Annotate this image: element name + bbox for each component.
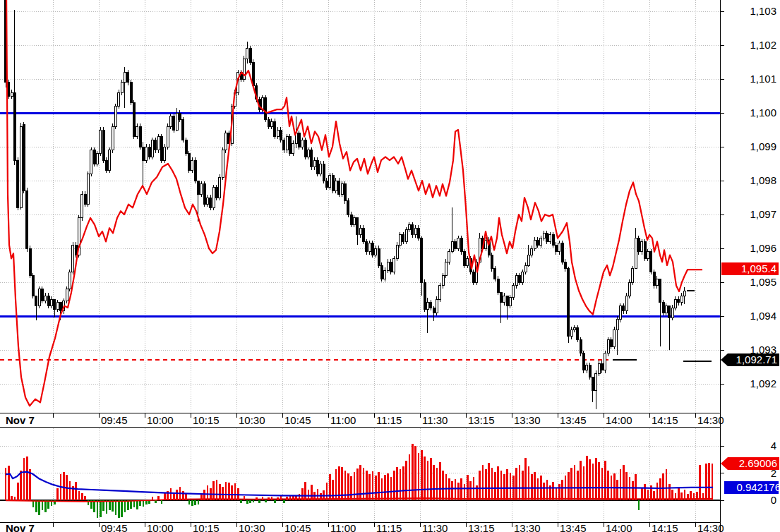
svg-text:14:15: 14:15 <box>652 522 678 532</box>
svg-text:0: 0 <box>771 494 776 506</box>
svg-text:13:30: 13:30 <box>514 414 541 426</box>
svg-text:11:00: 11:00 <box>330 522 356 532</box>
svg-text:14:00: 14:00 <box>606 522 632 532</box>
trading-chart-window: Nov 7 09:4510:0010:1510:3010:4511:0011:1… <box>0 0 780 532</box>
settlement-flag-label: 1,092.71 <box>736 353 777 365</box>
svg-text:10:15: 10:15 <box>193 522 220 532</box>
svg-text:09:45: 09:45 <box>101 414 128 426</box>
bottom-time-axis[interactable]: Nov 7 09:4510:0010:1510:3010:4511:0011:1… <box>0 522 724 532</box>
svg-text:1,098: 1,098 <box>750 174 776 186</box>
svg-text:1,099: 1,099 <box>750 140 776 152</box>
svg-text:4: 4 <box>771 440 776 452</box>
svg-text:10:00: 10:00 <box>147 414 174 426</box>
svg-text:13:45: 13:45 <box>560 522 587 532</box>
svg-text:14:30: 14:30 <box>697 414 724 426</box>
svg-text:14:00: 14:00 <box>606 414 632 426</box>
price-gridlines <box>0 0 720 413</box>
svg-text:1,097: 1,097 <box>750 208 776 220</box>
svg-text:13:15: 13:15 <box>468 414 495 426</box>
svg-text:1,095: 1,095 <box>750 276 776 288</box>
svg-text:1,092: 1,092 <box>750 377 776 389</box>
svg-text:13:15: 13:15 <box>468 522 495 532</box>
date-label-bottom: Nov 7 <box>6 522 35 532</box>
indicator-flag-red: 2.69006 <box>721 457 779 470</box>
svg-text:14:15: 14:15 <box>652 414 678 426</box>
svg-text:14:30: 14:30 <box>697 522 724 532</box>
svg-text:11:00: 11:00 <box>330 414 356 426</box>
indicator-blue-line <box>6 472 713 496</box>
svg-text:10:30: 10:30 <box>239 522 265 532</box>
svg-text:11:15: 11:15 <box>376 522 402 532</box>
price-pane[interactable] <box>0 0 721 532</box>
last-price-flag-label: 1,095.4 <box>741 262 776 274</box>
svg-text:10:45: 10:45 <box>284 414 311 426</box>
level-lines <box>0 113 720 361</box>
svg-text:13:45: 13:45 <box>560 414 587 426</box>
volume-bars <box>5 444 714 518</box>
svg-text:1,102: 1,102 <box>750 39 776 51</box>
indicator-flag-red-label: 2.69006 <box>739 457 777 469</box>
svg-text:09:45: 09:45 <box>101 522 128 532</box>
indicator-axis[interactable]: 024 2.69006 0.942176 <box>720 440 780 506</box>
svg-text:1,103: 1,103 <box>750 5 776 17</box>
svg-text:10:15: 10:15 <box>193 414 220 426</box>
price-axis[interactable]: 1,1031,1021,1011,1001,0991,0981,0971,096… <box>720 5 779 389</box>
settlement-flag-black: 1,092.71 <box>721 353 779 366</box>
svg-text:10:45: 10:45 <box>284 522 311 532</box>
indicator-axis-labels: 024 <box>720 440 776 506</box>
svg-text:10:00: 10:00 <box>147 522 174 532</box>
last-price-flag-red: 1,095.4 <box>721 262 779 275</box>
svg-text:1,101: 1,101 <box>750 73 776 85</box>
date-label: Nov 7 <box>6 414 35 426</box>
indicator-flag-blue: 0.942176 <box>724 481 780 494</box>
svg-text:1,096: 1,096 <box>750 242 776 254</box>
indicator-flag-blue-label: 0.942176 <box>736 481 780 493</box>
svg-text:11:30: 11:30 <box>422 522 448 532</box>
time-axis[interactable]: Nov 7 09:4510:0010:1510:3010:4511:0011:1… <box>0 413 724 428</box>
overlay-line-series <box>6 0 702 406</box>
price-axis-labels: 1,1031,1021,1011,1001,0991,0981,0971,096… <box>720 5 776 389</box>
indicator-pane[interactable] <box>0 428 720 522</box>
svg-text:1,100: 1,100 <box>750 107 776 119</box>
svg-text:11:30: 11:30 <box>422 414 448 426</box>
candlestick-series <box>4 0 695 409</box>
svg-text:10:30: 10:30 <box>239 414 265 426</box>
svg-text:1,094: 1,094 <box>750 310 776 322</box>
svg-text:13:30: 13:30 <box>514 522 541 532</box>
svg-text:11:15: 11:15 <box>376 414 402 426</box>
